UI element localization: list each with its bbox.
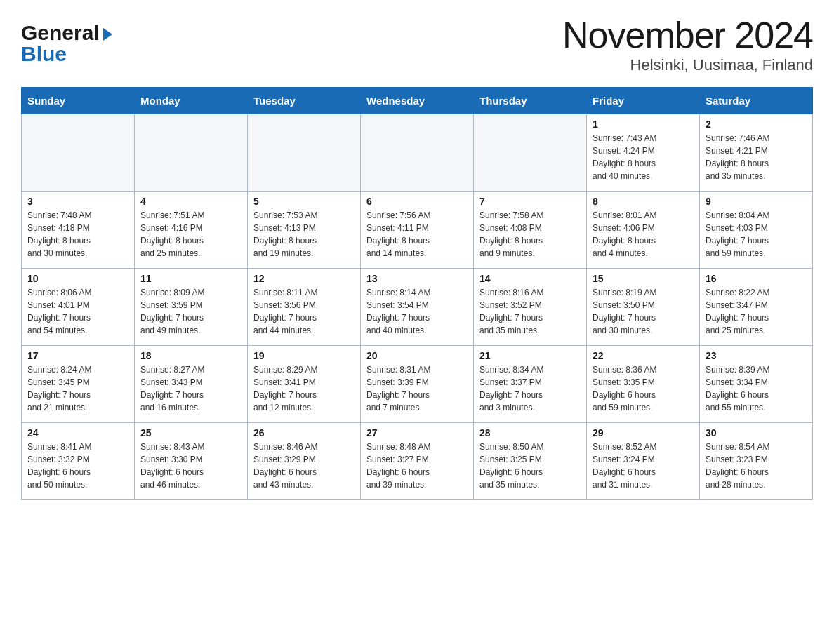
- day-number: 26: [253, 427, 355, 438]
- day-number: 14: [479, 273, 581, 284]
- day-info: Sunrise: 7:53 AMSunset: 4:13 PMDaylight:…: [253, 209, 355, 260]
- calendar-cell: 8Sunrise: 8:01 AMSunset: 4:06 PMDaylight…: [587, 192, 700, 269]
- calendar-cell: 25Sunrise: 8:43 AMSunset: 3:30 PMDayligh…: [135, 423, 248, 500]
- day-info: Sunrise: 8:48 AMSunset: 3:27 PMDaylight:…: [366, 441, 468, 491]
- calendar-cell: 30Sunrise: 8:54 AMSunset: 3:23 PMDayligh…: [700, 423, 813, 500]
- calendar-cell: 16Sunrise: 8:22 AMSunset: 3:47 PMDayligh…: [700, 269, 813, 346]
- calendar-cell: 12Sunrise: 8:11 AMSunset: 3:56 PMDayligh…: [248, 269, 361, 346]
- location-title: Helsinki, Uusimaa, Finland: [562, 56, 813, 74]
- calendar-cell: [135, 114, 248, 192]
- day-number: 15: [593, 273, 694, 284]
- day-number: 24: [27, 427, 128, 438]
- day-info: Sunrise: 8:06 AMSunset: 4:01 PMDaylight:…: [27, 286, 128, 337]
- calendar-cell: [474, 114, 587, 192]
- day-number: 10: [27, 273, 128, 284]
- day-info: Sunrise: 8:24 AMSunset: 3:45 PMDaylight:…: [27, 363, 128, 414]
- day-number: 17: [27, 350, 128, 361]
- calendar-cell: 27Sunrise: 8:48 AMSunset: 3:27 PMDayligh…: [361, 423, 474, 500]
- calendar-cell: 29Sunrise: 8:52 AMSunset: 3:24 PMDayligh…: [587, 423, 700, 500]
- day-info: Sunrise: 8:41 AMSunset: 3:32 PMDaylight:…: [27, 441, 128, 491]
- calendar-week-row: 3Sunrise: 7:48 AMSunset: 4:18 PMDaylight…: [22, 192, 813, 269]
- calendar-cell: 14Sunrise: 8:16 AMSunset: 3:52 PMDayligh…: [474, 269, 587, 346]
- calendar-cell: [361, 114, 474, 192]
- day-info: Sunrise: 8:22 AMSunset: 3:47 PMDaylight:…: [706, 286, 807, 337]
- day-info: Sunrise: 8:01 AMSunset: 4:06 PMDaylight:…: [593, 209, 694, 260]
- calendar-cell: 24Sunrise: 8:41 AMSunset: 3:32 PMDayligh…: [22, 423, 135, 500]
- day-info: Sunrise: 8:43 AMSunset: 3:30 PMDaylight:…: [140, 441, 241, 491]
- header-monday: Monday: [135, 88, 248, 114]
- day-number: 28: [479, 427, 581, 438]
- header-wednesday: Wednesday: [361, 88, 474, 114]
- logo-arrow-icon: [103, 28, 112, 41]
- month-title: November 2024: [562, 14, 813, 56]
- day-info: Sunrise: 7:48 AMSunset: 4:18 PMDaylight:…: [27, 209, 128, 260]
- day-info: Sunrise: 8:04 AMSunset: 4:03 PMDaylight:…: [706, 209, 807, 260]
- day-info: Sunrise: 8:34 AMSunset: 3:37 PMDaylight:…: [479, 363, 581, 414]
- calendar-table: Sunday Monday Tuesday Wednesday Thursday…: [21, 87, 813, 500]
- calendar-cell: [248, 114, 361, 192]
- day-info: Sunrise: 8:14 AMSunset: 3:54 PMDaylight:…: [366, 286, 468, 337]
- header-sunday: Sunday: [22, 88, 135, 114]
- day-number: 6: [366, 196, 468, 207]
- day-number: 30: [706, 427, 807, 438]
- calendar-week-row: 24Sunrise: 8:41 AMSunset: 3:32 PMDayligh…: [22, 423, 813, 500]
- day-info: Sunrise: 8:11 AMSunset: 3:56 PMDaylight:…: [253, 286, 355, 337]
- day-info: Sunrise: 8:54 AMSunset: 3:23 PMDaylight:…: [706, 441, 807, 491]
- day-info: Sunrise: 8:16 AMSunset: 3:52 PMDaylight:…: [479, 286, 581, 337]
- day-number: 20: [366, 350, 468, 361]
- calendar-cell: [22, 114, 135, 192]
- header-thursday: Thursday: [474, 88, 587, 114]
- calendar-cell: 11Sunrise: 8:09 AMSunset: 3:59 PMDayligh…: [135, 269, 248, 346]
- header-friday: Friday: [587, 88, 700, 114]
- calendar-cell: 26Sunrise: 8:46 AMSunset: 3:29 PMDayligh…: [248, 423, 361, 500]
- calendar-cell: 21Sunrise: 8:34 AMSunset: 3:37 PMDayligh…: [474, 346, 587, 423]
- calendar-cell: 18Sunrise: 8:27 AMSunset: 3:43 PMDayligh…: [135, 346, 248, 423]
- header-saturday: Saturday: [700, 88, 813, 114]
- calendar-cell: 20Sunrise: 8:31 AMSunset: 3:39 PMDayligh…: [361, 346, 474, 423]
- calendar-cell: 19Sunrise: 8:29 AMSunset: 3:41 PMDayligh…: [248, 346, 361, 423]
- calendar-cell: 5Sunrise: 7:53 AMSunset: 4:13 PMDaylight…: [248, 192, 361, 269]
- day-number: 27: [366, 427, 468, 438]
- calendar-cell: 13Sunrise: 8:14 AMSunset: 3:54 PMDayligh…: [361, 269, 474, 346]
- page-header: General Blue November 2024 Helsinki, Uus…: [21, 14, 813, 74]
- header-tuesday: Tuesday: [248, 88, 361, 114]
- calendar-cell: 9Sunrise: 8:04 AMSunset: 4:03 PMDaylight…: [700, 192, 813, 269]
- day-number: 7: [479, 196, 581, 207]
- day-number: 13: [366, 273, 468, 284]
- day-info: Sunrise: 8:39 AMSunset: 3:34 PMDaylight:…: [706, 363, 807, 414]
- day-info: Sunrise: 8:50 AMSunset: 3:25 PMDaylight:…: [479, 441, 581, 491]
- day-number: 1: [593, 119, 694, 130]
- weekday-header-row: Sunday Monday Tuesday Wednesday Thursday…: [22, 88, 813, 114]
- day-info: Sunrise: 7:43 AMSunset: 4:24 PMDaylight:…: [593, 132, 694, 182]
- day-number: 5: [253, 196, 355, 207]
- calendar-week-row: 17Sunrise: 8:24 AMSunset: 3:45 PMDayligh…: [22, 346, 813, 423]
- day-number: 18: [140, 350, 241, 361]
- day-number: 3: [27, 196, 128, 207]
- calendar-week-row: 10Sunrise: 8:06 AMSunset: 4:01 PMDayligh…: [22, 269, 813, 346]
- logo: General Blue: [21, 14, 112, 73]
- logo-general: General: [21, 21, 100, 45]
- day-number: 4: [140, 196, 241, 207]
- calendar-week-row: 1Sunrise: 7:43 AMSunset: 4:24 PMDaylight…: [22, 114, 813, 192]
- day-info: Sunrise: 8:29 AMSunset: 3:41 PMDaylight:…: [253, 363, 355, 414]
- calendar-cell: 4Sunrise: 7:51 AMSunset: 4:16 PMDaylight…: [135, 192, 248, 269]
- calendar-cell: 10Sunrise: 8:06 AMSunset: 4:01 PMDayligh…: [22, 269, 135, 346]
- day-number: 12: [253, 273, 355, 284]
- day-info: Sunrise: 8:36 AMSunset: 3:35 PMDaylight:…: [593, 363, 694, 414]
- day-number: 2: [706, 119, 807, 130]
- calendar-cell: 3Sunrise: 7:48 AMSunset: 4:18 PMDaylight…: [22, 192, 135, 269]
- day-number: 8: [593, 196, 694, 207]
- calendar-cell: 6Sunrise: 7:56 AMSunset: 4:11 PMDaylight…: [361, 192, 474, 269]
- day-number: 21: [479, 350, 581, 361]
- day-number: 22: [593, 350, 694, 361]
- calendar-cell: 28Sunrise: 8:50 AMSunset: 3:25 PMDayligh…: [474, 423, 587, 500]
- day-number: 19: [253, 350, 355, 361]
- title-block: November 2024 Helsinki, Uusimaa, Finland: [562, 14, 813, 74]
- day-info: Sunrise: 7:58 AMSunset: 4:08 PMDaylight:…: [479, 209, 581, 260]
- calendar-cell: 15Sunrise: 8:19 AMSunset: 3:50 PMDayligh…: [587, 269, 700, 346]
- day-info: Sunrise: 8:27 AMSunset: 3:43 PMDaylight:…: [140, 363, 241, 414]
- logo-blue: Blue: [21, 42, 67, 65]
- day-info: Sunrise: 8:09 AMSunset: 3:59 PMDaylight:…: [140, 286, 241, 337]
- day-number: 16: [706, 273, 807, 284]
- day-info: Sunrise: 8:31 AMSunset: 3:39 PMDaylight:…: [366, 363, 468, 414]
